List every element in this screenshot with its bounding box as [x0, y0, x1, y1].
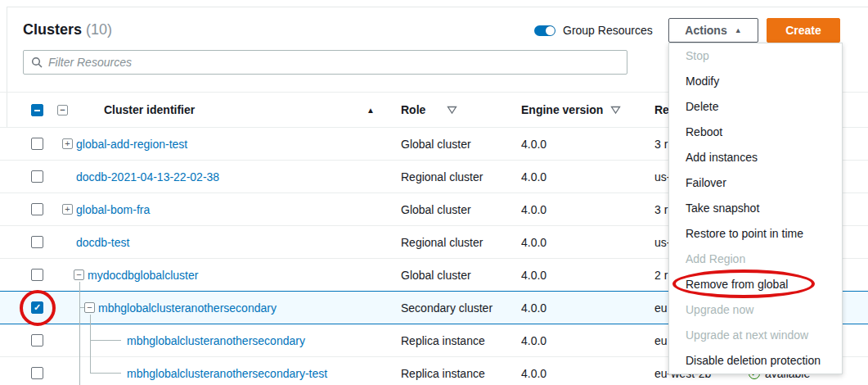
role-value: Replica instance: [401, 367, 521, 380]
row-checkbox[interactable]: [31, 170, 43, 183]
engine-value: 4.0.0: [521, 138, 654, 151]
menu-item-take-snapshot[interactable]: Take snapshot: [669, 196, 842, 221]
menu-item-remove-from-global[interactable]: Remove from global: [669, 272, 842, 297]
role-value: Global cluster: [401, 269, 521, 282]
engine-value: 4.0.0: [521, 203, 654, 216]
menu-item-add-region: Add Region: [669, 247, 842, 272]
engine-value: 4.0.0: [521, 367, 654, 380]
sort-asc-icon: ▲: [367, 106, 375, 115]
filter-column-icon[interactable]: [447, 106, 457, 115]
page-title: Clusters (10): [23, 21, 112, 38]
engine-value: 4.0.0: [521, 269, 654, 282]
check-icon: ✓: [34, 302, 41, 313]
engine-value: 4.0.0: [521, 170, 654, 183]
cluster-link[interactable]: global-add-region-test: [76, 138, 187, 151]
role-value: Regional cluster: [401, 236, 521, 249]
row-checkbox-checked[interactable]: ✓: [31, 301, 43, 314]
role-value: Regional cluster: [401, 170, 521, 183]
collapse-minus-icon[interactable]: −: [84, 302, 95, 313]
header-identifier-cell[interactable]: − Cluster identifier ▲: [54, 103, 401, 116]
select-all-checkbox[interactable]: [31, 104, 43, 116]
menu-item-upgrade-now: Upgrade now: [669, 297, 842, 323]
role-value: Global cluster: [401, 138, 521, 151]
engine-value: 4.0.0: [521, 236, 654, 249]
row-checkbox[interactable]: [31, 236, 43, 248]
menu-item-restore-to-point-in-time[interactable]: Restore to point in time: [669, 221, 842, 247]
group-resources-toggle[interactable]: [534, 25, 555, 36]
role-value: Replica instance: [401, 334, 521, 347]
page-title-text: Clusters: [23, 21, 82, 38]
row-checkbox[interactable]: [31, 203, 43, 215]
role-value: Global cluster: [401, 203, 521, 216]
row-checkbox[interactable]: [31, 334, 43, 346]
header-role-cell: Role: [401, 103, 521, 116]
row-checkbox[interactable]: [31, 138, 43, 150]
column-header-identifier[interactable]: Cluster identifier: [104, 103, 195, 116]
search-icon: [31, 57, 43, 68]
create-button-label: Create: [785, 24, 821, 37]
cluster-link[interactable]: docdb-test: [76, 236, 129, 249]
cluster-link[interactable]: mbhglobalclusteranothersecondary: [98, 301, 277, 315]
expand-plus-icon[interactable]: +: [62, 138, 73, 149]
column-header-engine[interactable]: Engine version: [521, 103, 603, 116]
row-checkbox[interactable]: [31, 269, 43, 281]
instance-link[interactable]: mbhglobalclusteranothersecondary-test: [127, 367, 327, 380]
menu-item-add-instances[interactable]: Add instances: [669, 145, 842, 170]
actions-button-label: Actions: [685, 24, 726, 37]
header-engine-cell: Engine version: [521, 103, 654, 116]
expand-plus-icon[interactable]: +: [62, 204, 73, 215]
actions-dropdown-menu: Stop Modify Delete Reboot Add instances …: [668, 43, 843, 374]
menu-item-delete[interactable]: Delete: [669, 94, 842, 120]
clusters-page: Clusters (10) Group Resources Actions ▲ …: [0, 0, 868, 385]
engine-value: 4.0.0: [521, 301, 654, 315]
toggle-knob: [546, 26, 555, 35]
role-value: Secondary cluster: [401, 301, 521, 315]
menu-item-modify[interactable]: Modify: [669, 69, 842, 94]
menu-item-upgrade-at-next-window: Upgrade at next window: [669, 323, 842, 348]
cluster-link[interactable]: docdb-2021-04-13-22-02-38: [76, 170, 219, 183]
menu-item-disable-deletion-protection[interactable]: Disable deletion protection: [669, 348, 842, 374]
cluster-link[interactable]: global-bom-fra: [76, 203, 150, 216]
row-checkbox[interactable]: [31, 367, 43, 379]
filter-box: [23, 50, 627, 75]
collapse-all-icon[interactable]: −: [57, 105, 68, 116]
instance-link[interactable]: mbhglobalclusteranothersecondary: [127, 334, 305, 347]
create-button[interactable]: Create: [767, 18, 840, 43]
filter-column-icon[interactable]: [610, 106, 621, 115]
filter-input[interactable]: [48, 56, 619, 69]
cluster-link[interactable]: mydocdbglobalcluster: [88, 269, 198, 282]
column-header-role[interactable]: Role: [401, 103, 425, 116]
header-checkbox-cell: [0, 104, 54, 116]
collapse-minus-icon[interactable]: −: [74, 270, 84, 280]
menu-item-failover[interactable]: Failover: [669, 170, 842, 196]
caret-up-icon: ▲: [735, 27, 742, 34]
group-resources-label: Group Resources: [563, 24, 653, 37]
engine-value: 4.0.0: [521, 334, 654, 347]
cluster-count: (10): [86, 21, 112, 38]
menu-item-stop: Stop: [669, 43, 842, 69]
actions-button[interactable]: Actions ▲: [668, 18, 758, 43]
menu-item-reboot[interactable]: Reboot: [669, 120, 842, 145]
